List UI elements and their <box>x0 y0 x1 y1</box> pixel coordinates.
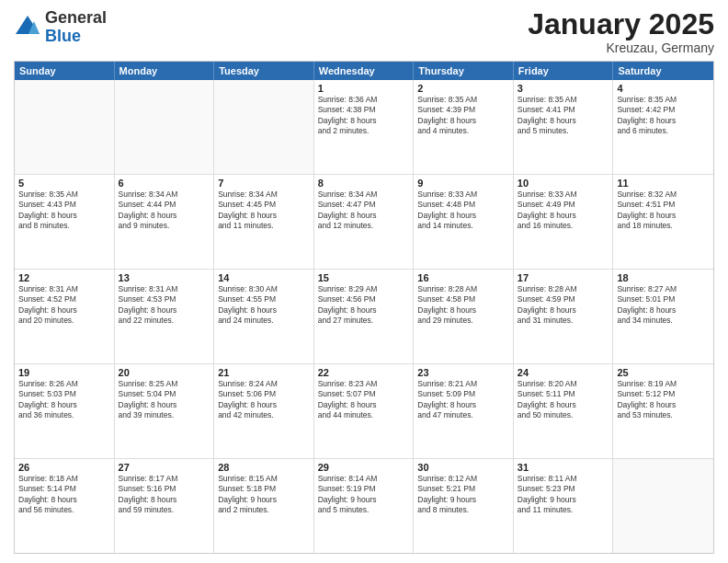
logo-general: General <box>45 8 107 27</box>
cell-content: Sunrise: 8:12 AM Sunset: 5:21 PM Dayligh… <box>417 474 509 516</box>
cal-cell: 14Sunrise: 8:30 AM Sunset: 4:55 PM Dayli… <box>214 270 314 363</box>
cell-content: Sunrise: 8:14 AM Sunset: 5:19 PM Dayligh… <box>318 474 410 516</box>
cal-cell: 29Sunrise: 8:14 AM Sunset: 5:19 PM Dayli… <box>314 459 415 553</box>
title-block: January 2025 Kreuzau, Germany <box>528 9 714 55</box>
cal-cell: 17Sunrise: 8:28 AM Sunset: 4:59 PM Dayli… <box>514 270 614 363</box>
cal-cell: 30Sunrise: 8:12 AM Sunset: 5:21 PM Dayli… <box>414 459 514 553</box>
day-number: 22 <box>318 367 410 378</box>
day-number: 16 <box>417 272 509 283</box>
cell-content: Sunrise: 8:21 AM Sunset: 5:09 PM Dayligh… <box>417 379 509 421</box>
day-number: 24 <box>518 367 609 378</box>
cell-content: Sunrise: 8:19 AM Sunset: 5:12 PM Dayligh… <box>617 379 710 421</box>
header-day-thursday: Thursday <box>414 62 514 80</box>
calendar-header: SundayMondayTuesdayWednesdayThursdayFrid… <box>15 62 713 80</box>
cal-cell: 7Sunrise: 8:34 AM Sunset: 4:45 PM Daylig… <box>214 175 314 269</box>
cal-cell: 15Sunrise: 8:29 AM Sunset: 4:56 PM Dayli… <box>314 270 415 363</box>
cal-cell: 23Sunrise: 8:21 AM Sunset: 5:09 PM Dayli… <box>414 364 514 458</box>
cal-cell: 12Sunrise: 8:31 AM Sunset: 4:52 PM Dayli… <box>15 270 115 363</box>
day-number: 2 <box>417 83 509 94</box>
cal-cell: 27Sunrise: 8:17 AM Sunset: 5:16 PM Dayli… <box>115 459 215 553</box>
cal-cell: 19Sunrise: 8:26 AM Sunset: 5:03 PM Dayli… <box>15 364 115 458</box>
day-number: 7 <box>218 178 310 189</box>
day-number: 13 <box>119 272 210 283</box>
cell-content: Sunrise: 8:20 AM Sunset: 5:11 PM Dayligh… <box>518 379 609 421</box>
cell-content: Sunrise: 8:31 AM Sunset: 4:52 PM Dayligh… <box>18 284 110 327</box>
cal-cell: 4Sunrise: 8:35 AM Sunset: 4:42 PM Daylig… <box>613 80 713 174</box>
cell-content: Sunrise: 8:33 AM Sunset: 4:49 PM Dayligh… <box>518 190 609 232</box>
day-number: 9 <box>417 178 509 189</box>
cell-content: Sunrise: 8:29 AM Sunset: 4:56 PM Dayligh… <box>318 284 410 327</box>
header-day-friday: Friday <box>514 62 614 80</box>
cell-content: Sunrise: 8:30 AM Sunset: 4:55 PM Dayligh… <box>218 284 310 327</box>
header-day-saturday: Saturday <box>613 62 713 80</box>
cell-content: Sunrise: 8:33 AM Sunset: 4:48 PM Dayligh… <box>417 190 509 232</box>
cal-cell: 6Sunrise: 8:34 AM Sunset: 4:44 PM Daylig… <box>115 175 215 269</box>
cal-cell: 31Sunrise: 8:11 AM Sunset: 5:23 PM Dayli… <box>514 459 614 553</box>
logo-icon <box>14 14 41 41</box>
cal-cell: 26Sunrise: 8:18 AM Sunset: 5:14 PM Dayli… <box>15 459 115 553</box>
cal-cell: 28Sunrise: 8:15 AM Sunset: 5:18 PM Dayli… <box>214 459 314 553</box>
day-number: 19 <box>18 367 110 378</box>
day-number: 20 <box>119 367 210 378</box>
cell-content: Sunrise: 8:35 AM Sunset: 4:39 PM Dayligh… <box>417 95 509 137</box>
header-day-monday: Monday <box>115 62 215 80</box>
day-number: 3 <box>518 83 609 94</box>
cell-content: Sunrise: 8:27 AM Sunset: 5:01 PM Dayligh… <box>617 284 710 327</box>
cal-cell: 22Sunrise: 8:23 AM Sunset: 5:07 PM Dayli… <box>314 364 415 458</box>
day-number: 30 <box>417 462 509 473</box>
page: General Blue January 2025 Kreuzau, Germa… <box>0 0 728 563</box>
cal-cell: 16Sunrise: 8:28 AM Sunset: 4:58 PM Dayli… <box>414 270 514 363</box>
cell-content: Sunrise: 8:15 AM Sunset: 5:18 PM Dayligh… <box>218 474 310 516</box>
day-number: 1 <box>318 83 410 94</box>
day-number: 12 <box>18 272 110 283</box>
cell-content: Sunrise: 8:31 AM Sunset: 4:53 PM Dayligh… <box>119 284 210 327</box>
cal-cell: 20Sunrise: 8:25 AM Sunset: 5:04 PM Dayli… <box>115 364 215 458</box>
week-row-1: 5Sunrise: 8:35 AM Sunset: 4:43 PM Daylig… <box>15 175 713 270</box>
cal-cell <box>613 459 713 553</box>
day-number: 6 <box>119 178 210 189</box>
header-day-tuesday: Tuesday <box>214 62 314 80</box>
cal-cell: 5Sunrise: 8:35 AM Sunset: 4:43 PM Daylig… <box>15 175 115 269</box>
cell-content: Sunrise: 8:25 AM Sunset: 5:04 PM Dayligh… <box>119 379 210 421</box>
day-number: 29 <box>318 462 410 473</box>
cell-content: Sunrise: 8:34 AM Sunset: 4:44 PM Dayligh… <box>119 190 210 232</box>
cell-content: Sunrise: 8:35 AM Sunset: 4:41 PM Dayligh… <box>518 95 609 137</box>
day-number: 10 <box>518 178 609 189</box>
cal-cell: 24Sunrise: 8:20 AM Sunset: 5:11 PM Dayli… <box>514 364 614 458</box>
cell-content: Sunrise: 8:18 AM Sunset: 5:14 PM Dayligh… <box>18 474 110 516</box>
cal-cell: 1Sunrise: 8:36 AM Sunset: 4:38 PM Daylig… <box>314 80 415 174</box>
cell-content: Sunrise: 8:11 AM Sunset: 5:23 PM Dayligh… <box>518 474 609 516</box>
cal-cell: 9Sunrise: 8:33 AM Sunset: 4:48 PM Daylig… <box>414 175 514 269</box>
cell-content: Sunrise: 8:23 AM Sunset: 5:07 PM Dayligh… <box>318 379 410 421</box>
day-number: 15 <box>318 272 410 283</box>
header-day-wednesday: Wednesday <box>314 62 415 80</box>
calendar: SundayMondayTuesdayWednesdayThursdayFrid… <box>14 61 714 554</box>
cell-content: Sunrise: 8:35 AM Sunset: 4:43 PM Dayligh… <box>18 190 110 232</box>
week-row-4: 26Sunrise: 8:18 AM Sunset: 5:14 PM Dayli… <box>15 459 713 553</box>
day-number: 5 <box>18 178 110 189</box>
cell-content: Sunrise: 8:24 AM Sunset: 5:06 PM Dayligh… <box>218 379 310 421</box>
cal-cell: 25Sunrise: 8:19 AM Sunset: 5:12 PM Dayli… <box>613 364 713 458</box>
header-day-sunday: Sunday <box>15 62 115 80</box>
day-number: 27 <box>119 462 210 473</box>
cal-cell <box>214 80 314 174</box>
month-title: January 2025 <box>528 9 714 39</box>
cal-cell: 18Sunrise: 8:27 AM Sunset: 5:01 PM Dayli… <box>613 270 713 363</box>
cell-content: Sunrise: 8:34 AM Sunset: 4:45 PM Dayligh… <box>218 190 310 232</box>
cell-content: Sunrise: 8:28 AM Sunset: 4:59 PM Dayligh… <box>518 284 609 327</box>
logo: General Blue <box>14 9 107 46</box>
week-row-0: 1Sunrise: 8:36 AM Sunset: 4:38 PM Daylig… <box>15 80 713 175</box>
calendar-body: 1Sunrise: 8:36 AM Sunset: 4:38 PM Daylig… <box>15 80 713 553</box>
cal-cell: 10Sunrise: 8:33 AM Sunset: 4:49 PM Dayli… <box>514 175 614 269</box>
day-number: 18 <box>617 272 710 283</box>
header: General Blue January 2025 Kreuzau, Germa… <box>14 9 714 55</box>
week-row-3: 19Sunrise: 8:26 AM Sunset: 5:03 PM Dayli… <box>15 364 713 459</box>
day-number: 14 <box>218 272 310 283</box>
cal-cell: 3Sunrise: 8:35 AM Sunset: 4:41 PM Daylig… <box>514 80 614 174</box>
cell-content: Sunrise: 8:26 AM Sunset: 5:03 PM Dayligh… <box>18 379 110 421</box>
day-number: 23 <box>417 367 509 378</box>
cell-content: Sunrise: 8:32 AM Sunset: 4:51 PM Dayligh… <box>617 190 710 232</box>
subtitle: Kreuzau, Germany <box>528 40 714 55</box>
day-number: 4 <box>617 83 710 94</box>
day-number: 17 <box>518 272 609 283</box>
